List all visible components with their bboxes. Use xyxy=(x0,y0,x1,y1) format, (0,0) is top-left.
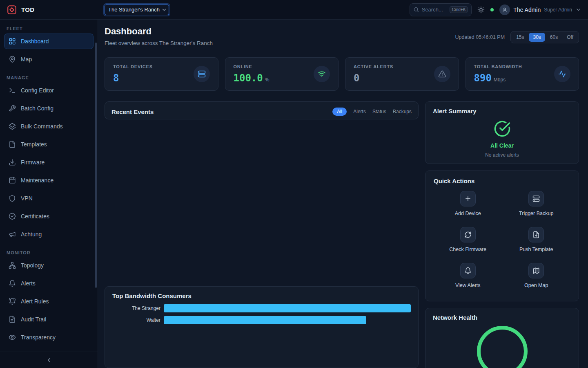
app-name: TOD xyxy=(21,6,34,13)
quick-actions-title: Quick Actions xyxy=(434,177,570,184)
sidebar-item-achtung[interactable]: Achtung xyxy=(4,227,94,242)
quick-action-add-device[interactable]: Add Device xyxy=(434,191,502,216)
sidebar-collapse-button[interactable] xyxy=(0,352,98,368)
sidebar-item-dashboard[interactable]: Dashboard xyxy=(4,34,94,49)
sidebar-item-alerts[interactable]: Alerts xyxy=(4,276,94,291)
bell-ring-icon xyxy=(9,298,16,305)
connection-status-dot xyxy=(490,8,494,11)
refresh-interval-control: 15s 30s 60s Off xyxy=(510,31,579,43)
refresh-icon xyxy=(464,231,472,238)
events-filter-all[interactable]: All xyxy=(332,108,347,116)
sidebar-item-vpn[interactable]: VPN xyxy=(4,191,94,206)
plus-icon xyxy=(464,195,472,202)
sidebar-item-config-editor[interactable]: Config Editor xyxy=(4,83,94,98)
stat-label: ACTIVE ALERTS xyxy=(354,64,393,69)
chevron-left-icon xyxy=(45,357,53,364)
refresh-option-60s[interactable]: 60s xyxy=(546,33,562,42)
quick-action-trigger-backup[interactable]: Trigger Backup xyxy=(502,191,571,216)
sidebar-item-label: VPN xyxy=(21,195,33,202)
sidebar-item-transparency[interactable]: Transparency xyxy=(4,330,94,345)
sidebar-item-certificates[interactable]: Certificates xyxy=(4,209,94,224)
search-input[interactable] xyxy=(422,7,447,13)
sidebar-item-label: Dashboard xyxy=(21,38,49,45)
sidebar-section-manage: MANAGE xyxy=(0,70,98,83)
refresh-option-30s[interactable]: 30s xyxy=(529,33,545,42)
alert-status: All Clear xyxy=(490,142,514,149)
server-icon xyxy=(198,70,206,78)
sidebar-item-map[interactable]: Map xyxy=(4,52,94,67)
bell-icon xyxy=(9,280,16,287)
user-role: Super Admin xyxy=(544,7,572,13)
map-icon xyxy=(532,267,540,274)
theme-toggle-button[interactable] xyxy=(477,6,485,13)
alert-detail: No active alerts xyxy=(485,152,519,158)
sidebar-item-bulk-commands[interactable]: Bulk Commands xyxy=(4,119,94,134)
alert-summary-card: Alert Summary All Clear No active alerts xyxy=(425,101,579,164)
stat-active-alerts: ACTIVE ALERTS 0 xyxy=(345,57,459,91)
check-circle-icon xyxy=(494,120,511,137)
health-gauge xyxy=(477,326,528,368)
stat-online: ONLINE 100.0% xyxy=(225,57,339,91)
brand: TOD xyxy=(0,4,98,15)
refresh-option-15s[interactable]: 15s xyxy=(512,33,528,42)
sidebar-item-label: Certificates xyxy=(21,213,49,220)
stat-value: 100.0 xyxy=(234,72,263,84)
file-up-icon xyxy=(532,231,540,238)
recent-events-title: Recent Events xyxy=(111,108,154,115)
fleet-selector[interactable]: The Stranger's Ranch xyxy=(105,4,169,15)
alert-triangle-icon xyxy=(438,70,446,78)
sidebar-scrollbar[interactable] xyxy=(95,43,97,288)
fleet-selector-wrap: The Stranger's Ranch xyxy=(105,4,169,15)
quick-action-label: Add Device xyxy=(455,211,481,216)
shield-icon xyxy=(9,195,16,202)
events-filter-backups[interactable]: Backups xyxy=(393,109,412,114)
quick-action-check-firmware[interactable]: Check Firmware xyxy=(434,227,502,252)
user-menu[interactable]: The Admin Super Admin xyxy=(499,4,581,15)
sidebar-item-audit-trail[interactable]: Audit Trail xyxy=(4,312,94,327)
page-title: Dashboard xyxy=(105,26,213,37)
calendar-icon xyxy=(9,177,16,184)
sidebar-item-label: Transparency xyxy=(21,334,56,341)
events-filter-alerts[interactable]: Alerts xyxy=(353,109,366,114)
sidebar-item-label: Topology xyxy=(21,262,44,269)
user-name: The Admin xyxy=(513,7,541,13)
network-health-card: Network Health xyxy=(425,308,579,368)
sidebar-item-firmware[interactable]: Firmware xyxy=(4,155,94,170)
quick-action-open-map[interactable]: Open Map xyxy=(502,263,571,288)
recent-events-card: Recent Events All Alerts Status Backups … xyxy=(105,101,419,119)
search-box[interactable]: Cmd+K xyxy=(410,3,472,16)
quick-action-label: Push Template xyxy=(519,247,553,252)
refresh-option-off[interactable]: Off xyxy=(563,33,577,42)
sidebar-item-label: Audit Trail xyxy=(21,316,46,323)
bandwidth-bar-row: The Stranger xyxy=(112,304,411,312)
stat-unit: Mbps xyxy=(494,77,506,83)
sidebar-item-batch-config[interactable]: Batch Config xyxy=(4,101,94,116)
bandwidth-bar-row: Walter xyxy=(112,316,411,324)
sun-icon xyxy=(477,6,485,13)
bandwidth-bar xyxy=(164,304,411,312)
eye-icon xyxy=(9,334,16,341)
main-content: Dashboard Fleet overview across The Stra… xyxy=(98,20,588,368)
layers-icon xyxy=(9,123,16,130)
sidebar-item-label: Alerts xyxy=(21,280,36,287)
sidebar-item-templates[interactable]: Templates xyxy=(4,137,94,152)
file-text-icon xyxy=(9,316,16,323)
sidebar-item-label: Batch Config xyxy=(21,105,53,112)
quick-action-push-template[interactable]: Push Template xyxy=(502,227,571,252)
quick-action-label: View Alerts xyxy=(455,283,481,288)
sidebar-item-topology[interactable]: Topology xyxy=(4,258,94,273)
quick-action-view-alerts[interactable]: View Alerts xyxy=(434,263,502,288)
topbar: TOD The Stranger's Ranch Cmd+K The Admin… xyxy=(0,0,588,20)
bell-icon xyxy=(464,267,472,274)
app-logo-icon xyxy=(7,4,17,15)
events-filter-status[interactable]: Status xyxy=(372,109,386,114)
sidebar-item-alert-rules[interactable]: Alert Rules xyxy=(4,294,94,309)
sidebar-item-label: Alert Rules xyxy=(21,298,49,305)
file-icon xyxy=(9,141,16,148)
sidebar: FLEET Dashboard Map MANAGE Config Editor… xyxy=(0,20,98,368)
terminal-icon xyxy=(9,87,16,94)
sidebar-item-label: Templates xyxy=(21,141,47,148)
search-icon xyxy=(413,7,419,13)
server-icon xyxy=(532,195,540,202)
sidebar-item-maintenance[interactable]: Maintenance xyxy=(4,173,94,188)
